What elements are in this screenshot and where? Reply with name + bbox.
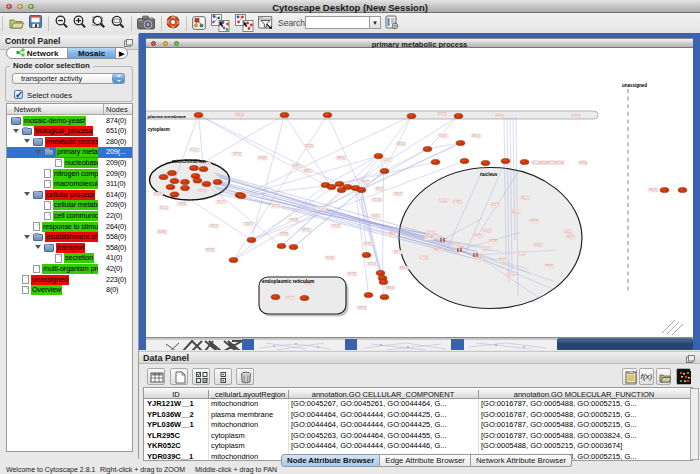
svg-text:S42(4): S42(4) — [198, 189, 206, 193]
svg-text:S18(5): S18(5) — [453, 200, 461, 204]
svg-text:S11(7): S11(7) — [217, 200, 225, 204]
svg-text:S45(4): S45(4) — [483, 229, 491, 233]
svg-text:S71(2): S71(2) — [376, 187, 384, 191]
svg-text:S84(4): S84(4) — [386, 286, 394, 290]
svg-text:S24(7): S24(7) — [383, 158, 391, 162]
svg-text:S75(4): S75(4) — [317, 206, 325, 210]
svg-text:S37(4): S37(4) — [233, 152, 241, 156]
svg-text:S43(1): S43(1) — [372, 214, 380, 218]
svg-text:S82(4): S82(4) — [337, 156, 345, 160]
svg-text:S96(5): S96(5) — [303, 169, 311, 173]
svg-text:S77(3): S77(3) — [420, 256, 428, 260]
svg-text:S83(3): S83(3) — [400, 266, 408, 270]
svg-text:S47(7): S47(7) — [394, 250, 402, 254]
svg-text:S19(8): S19(8) — [556, 161, 564, 165]
svg-text:S36(1): S36(1) — [564, 230, 572, 234]
svg-text:S26(4): S26(4) — [439, 199, 447, 203]
svg-text:S33(7): S33(7) — [394, 192, 402, 196]
svg-text:S84(3): S84(3) — [566, 235, 574, 239]
svg-text:S49(6): S49(6) — [540, 161, 548, 165]
svg-text:S90(9): S90(9) — [358, 306, 366, 310]
svg-text:S41(2): S41(2) — [210, 224, 218, 228]
svg-text:S90(3): S90(3) — [495, 114, 503, 118]
svg-text:S79(6): S79(6) — [579, 161, 587, 165]
svg-text:S55(5): S55(5) — [483, 247, 491, 251]
svg-text:S12(4): S12(4) — [373, 198, 381, 202]
svg-text:S69(8): S69(8) — [158, 230, 166, 234]
svg-text:S59(3): S59(3) — [438, 112, 446, 116]
svg-text:S58(7): S58(7) — [292, 164, 300, 168]
svg-text:S26(7): S26(7) — [244, 222, 252, 226]
svg-text:S10(5): S10(5) — [439, 134, 447, 138]
svg-text:S88(4): S88(4) — [235, 113, 243, 117]
svg-text:endoplasmic reticulum: endoplasmic reticulum — [262, 279, 314, 284]
svg-text:S49(6): S49(6) — [178, 202, 186, 206]
svg-text:S57(8): S57(8) — [348, 272, 356, 276]
svg-text:S41(1): S41(1) — [474, 234, 482, 238]
svg-text:mitochondrion: mitochondrion — [172, 159, 206, 164]
svg-text:S85(5): S85(5) — [472, 134, 480, 138]
svg-text:S63(2): S63(2) — [305, 144, 313, 148]
svg-text:S12(1): S12(1) — [190, 148, 198, 152]
svg-text:S16(8): S16(8) — [258, 156, 266, 160]
svg-text:unassigned: unassigned — [622, 83, 647, 88]
svg-text:plasma membrane: plasma membrane — [148, 114, 187, 119]
svg-text:S27(8): S27(8) — [425, 236, 433, 240]
svg-text:S21(4): S21(4) — [368, 262, 376, 266]
svg-text:S21(6): S21(6) — [427, 231, 435, 235]
svg-text:S25(3): S25(3) — [272, 204, 280, 208]
svg-text:S71(2): S71(2) — [532, 161, 540, 165]
svg-text:S63(8): S63(8) — [530, 219, 538, 223]
svg-text:S60(5): S60(5) — [434, 248, 442, 252]
svg-text:S34(3): S34(3) — [649, 188, 657, 192]
svg-text:S11(6): S11(6) — [326, 256, 334, 260]
svg-text:S11(1): S11(1) — [160, 206, 168, 210]
svg-text:S15(3): S15(3) — [498, 258, 506, 262]
svg-text:S49(4): S49(4) — [572, 114, 580, 118]
svg-text:S15(3): S15(3) — [332, 224, 340, 228]
svg-text:S93(2): S93(2) — [545, 264, 553, 268]
svg-text:S71(9): S71(9) — [517, 252, 525, 256]
svg-text:S63(4): S63(4) — [397, 142, 405, 146]
svg-text:S62(8): S62(8) — [489, 239, 497, 243]
svg-text:S14(1): S14(1) — [491, 203, 499, 207]
svg-text:S32(2): S32(2) — [507, 272, 515, 276]
svg-text:S52(9): S52(9) — [453, 243, 461, 247]
svg-text:S92(7): S92(7) — [361, 180, 369, 184]
svg-text:S32(9): S32(9) — [206, 248, 214, 252]
svg-text:S12(8): S12(8) — [474, 257, 482, 261]
svg-text:S34(8): S34(8) — [290, 218, 298, 222]
svg-text:S85(1): S85(1) — [521, 196, 529, 200]
svg-text:S19(2): S19(2) — [364, 242, 372, 246]
svg-text:S27(2): S27(2) — [548, 161, 556, 165]
svg-text:cytoplasm: cytoplasm — [148, 127, 170, 132]
svg-text:nucleus: nucleus — [480, 172, 498, 177]
svg-text:S88(6): S88(6) — [388, 232, 396, 236]
svg-text:S35(7): S35(7) — [286, 296, 294, 300]
svg-text:S46(6): S46(6) — [534, 243, 542, 247]
svg-text:S86(2): S86(2) — [511, 210, 519, 214]
svg-text:S37(8): S37(8) — [280, 232, 288, 236]
svg-text:S14(9): S14(9) — [154, 192, 162, 196]
svg-text:S87(2): S87(2) — [302, 228, 310, 232]
